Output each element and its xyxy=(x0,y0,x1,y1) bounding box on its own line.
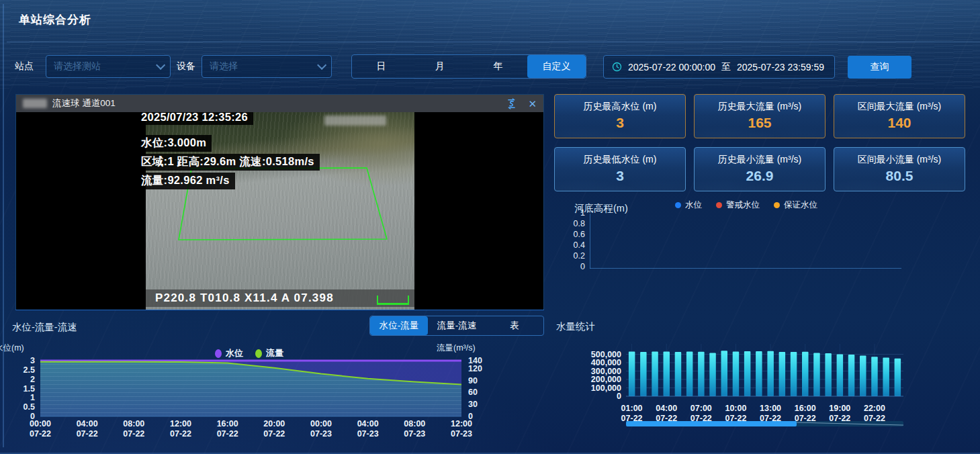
redacted-watermark xyxy=(324,116,386,126)
redacted-station-name xyxy=(23,99,47,108)
osd-region: 区域:1 距高:29.6m 流速:0.518m/s xyxy=(138,154,320,171)
period-option-1[interactable]: 月 xyxy=(410,55,469,78)
device-placeholder: 请选择 xyxy=(210,60,238,73)
volume-xtick: 01:0007-22 xyxy=(617,404,648,424)
period-group: 日月年自定义 xyxy=(351,54,586,79)
combo-right-ytick: 140 xyxy=(468,356,482,365)
combo-left-ytick: 1.5 xyxy=(9,384,35,394)
combo-left-ytick: 3 xyxy=(9,356,35,365)
combo-left-ytick: 1 xyxy=(9,393,35,402)
legend-dot xyxy=(675,202,681,208)
volume-xtick: 22:0007-22 xyxy=(859,404,890,424)
stat-card-value: 140 xyxy=(834,115,965,131)
stat-card-label: 历史最小流量 (m³/s) xyxy=(695,154,825,166)
header-divider xyxy=(7,42,980,42)
legend-label: 水位 xyxy=(685,199,702,211)
legend-item-水位[interactable]: 水位 xyxy=(675,199,702,211)
riverbed-ytick: 0.6 xyxy=(564,230,585,239)
riverbed-x-axis xyxy=(590,268,901,269)
combo-legend: 水位流量 xyxy=(215,347,283,359)
level-flow-section: 水位-流量-流速 水位-流量流量-流速表 水位(m) 流量(m³/s) 水位流量… xyxy=(0,314,545,454)
riverbed-ytick: 0.8 xyxy=(564,219,585,228)
date-separator: 至 xyxy=(721,61,731,73)
tab-0[interactable]: 水位-流量 xyxy=(370,316,428,335)
period-option-2[interactable]: 年 xyxy=(469,55,527,78)
combo-left-ytick: 0.5 xyxy=(9,402,35,412)
stat-card-label: 历史最大流量 (m³/s) xyxy=(695,101,825,113)
volume-ytick: 500,000 xyxy=(551,350,621,359)
volume-ytick: 300,000 xyxy=(551,367,621,376)
stat-card-value: 165 xyxy=(695,115,825,131)
stat-card-value: 3 xyxy=(555,168,685,184)
legend-dot xyxy=(255,349,262,358)
date-end: 2025-07-23 23:59:59 xyxy=(737,62,824,73)
date-start: 2025-07-22 00:00:00 xyxy=(628,62,715,73)
station-select[interactable]: 请选择测站 xyxy=(46,55,171,78)
combo-xtick: 08:0007-22 xyxy=(115,419,152,439)
stat-card-4: 历史最小流量 (m³/s)26.9 xyxy=(694,147,826,191)
video-header: 流速球 通道001 ✕ xyxy=(16,95,543,112)
stat-card-value: 26.9 xyxy=(695,168,825,184)
volume-xtick: 07:0007-22 xyxy=(686,404,717,424)
combo-xtick: 20:0007-22 xyxy=(255,419,293,439)
combo-xtick: 08:0007-23 xyxy=(396,419,433,439)
legend-dot xyxy=(774,202,780,208)
legend-dot xyxy=(716,202,722,208)
volume-xtick: 13:0007-22 xyxy=(755,404,786,424)
close-icon[interactable]: ✕ xyxy=(528,99,537,109)
legend-item-流量[interactable]: 流量 xyxy=(255,347,283,359)
right-axis-title: 流量(m³/s) xyxy=(437,343,476,354)
legend-item-保证水位[interactable]: 保证水位 xyxy=(774,199,817,211)
query-button[interactable]: 查询 xyxy=(848,56,911,79)
legend-item-警戒水位[interactable]: 警戒水位 xyxy=(716,199,760,211)
legend-item-水位[interactable]: 水位 xyxy=(215,347,243,359)
riverbed-legend: 水位警戒水位保证水位 xyxy=(675,199,817,211)
legend-label: 水位 xyxy=(226,347,243,359)
stat-card-value: 3 xyxy=(555,115,685,131)
osd-flow: 流量:92.962 m³/s xyxy=(138,173,235,189)
riverbed-ytick: 0.4 xyxy=(564,240,585,250)
stat-card-0: 历史最高水位 (m)3 xyxy=(554,94,686,138)
combo-xtick: 04:0007-22 xyxy=(69,419,106,439)
volume-ytick: 200,000 xyxy=(551,375,621,384)
riverbed-chart-section: 河底高程(m) 水位警戒水位保证水位 00.20.40.60.81 xyxy=(574,196,977,283)
chevron-down-icon xyxy=(317,60,326,70)
tab-2[interactable]: 表 xyxy=(486,316,543,335)
stat-card-label: 历史最高水位 (m) xyxy=(555,101,685,113)
volume-xtick: 16:0007-22 xyxy=(790,404,821,424)
riverbed-ytick: 0.2 xyxy=(564,251,585,261)
video-title: 流速球 通道001 xyxy=(52,97,116,109)
stat-card-value: 80.5 xyxy=(834,168,965,184)
riverbed-ytick: 0 xyxy=(564,262,585,271)
left-axis-title: 水位(m) xyxy=(0,343,24,354)
stat-card-1: 历史最大流量 (m³/s)165 xyxy=(694,94,826,138)
legend-dot xyxy=(215,349,222,358)
level-flow-tabs: 水位-流量流量-流速表 xyxy=(369,316,544,336)
stat-card-label: 区间最大流量 (m³/s) xyxy=(834,101,965,113)
scale-marker xyxy=(377,296,409,305)
combo-xtick: 12:0007-23 xyxy=(443,419,480,439)
tab-1[interactable]: 流量-流速 xyxy=(428,316,486,335)
period-option-0[interactable]: 日 xyxy=(352,55,410,78)
stream-capture-icon[interactable] xyxy=(506,98,517,109)
page-title: 单站综合分析 xyxy=(19,12,91,28)
combo-xtick: 00:0007-22 xyxy=(21,419,59,439)
volume-ytick: 0 xyxy=(551,392,621,401)
period-option-3[interactable]: 自定义 xyxy=(527,55,586,78)
stat-card-label: 历史最低水位 (m) xyxy=(555,154,685,166)
device-select[interactable]: 请选择 xyxy=(202,55,332,78)
volume-title: 水量统计 xyxy=(556,320,595,333)
level-flow-title: 水位-流量-流速 xyxy=(12,321,77,334)
device-label: 设备 xyxy=(177,60,195,73)
river-video-frame: 2025/07/23 12:35:26 水位:3.000m 区域:1 距高:29… xyxy=(146,112,414,310)
video-panel: 流速球 通道001 ✕ 2025/07/23 12:35:26 水位:3.000… xyxy=(15,94,544,310)
legend-label: 流量 xyxy=(266,347,283,359)
combo-xtick: 00:0007-23 xyxy=(302,419,340,439)
stat-card-label: 区间最小流量 (m³/s) xyxy=(834,154,965,166)
combo-xtick: 16:0007-22 xyxy=(209,419,247,439)
combo-left-ytick: 2 xyxy=(9,375,35,384)
combo-left-ytick: 2.5 xyxy=(9,365,35,375)
volume-xtick: 10:0007-22 xyxy=(720,404,751,424)
date-range-picker[interactable]: 2025-07-22 00:00:00 至 2025-07-23 23:59:5… xyxy=(603,55,835,79)
clock-icon xyxy=(612,62,622,72)
